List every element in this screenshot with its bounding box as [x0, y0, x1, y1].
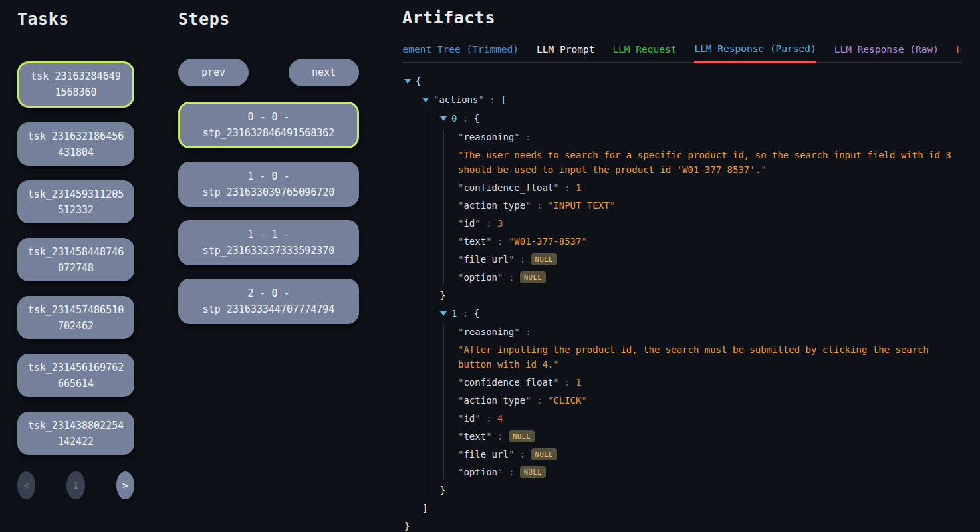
step-button-3[interactable]: 1 - 1 - stp_231633237333592370 [178, 220, 359, 265]
json-row: "file_url" : NULL [458, 252, 961, 267]
json-row: "file_url" : NULL [458, 447, 961, 462]
json-close-row: } [440, 483, 961, 497]
collapse-arrow-icon[interactable] [440, 307, 451, 321]
step-button-4[interactable]: 2 - 0 - stp_231633344707774794 [178, 279, 359, 324]
artifacts-heading: Artifacts [402, 8, 961, 27]
null-badge: NULL [520, 466, 546, 478]
json-key: action_type [463, 395, 525, 406]
tasks-pagination: <1> [17, 471, 134, 499]
json-key: option [463, 467, 497, 477]
artifacts-panel: Artifacts Element Tree (Trimmed)LLM Prom… [402, 8, 961, 532]
json-value: 1 [576, 377, 581, 388]
task-button-7[interactable]: tsk_231438802254142422 [17, 412, 134, 455]
task-button-5[interactable]: tsk_231457486510702462 [17, 296, 134, 339]
json-value: 1 [576, 182, 581, 193]
artifacts-tabbar-clip: Element Tree (Trimmed)LLM PromptLLM Requ… [402, 43, 961, 63]
task-button-2[interactable]: tsk_231632186456431804 [17, 122, 134, 166]
null-badge: NULL [531, 448, 557, 460]
json-key: id [463, 413, 475, 424]
json-value: 3 [497, 218, 503, 229]
json-row: "The user needs to search for a specific… [458, 148, 961, 177]
json-value: "INPUT_TEXT" [548, 200, 615, 211]
json-key: file_url [463, 449, 508, 460]
json-row: "id" : 4 [458, 411, 961, 426]
json-close-row: ] [422, 501, 961, 515]
json-row: "confidence_float" : 1 [458, 375, 961, 390]
step-button-1[interactable]: 0 - 0 - stp_231632846491568362 [178, 102, 359, 148]
json-value: "W01-377-8537" [509, 236, 587, 247]
task-button-4[interactable]: tsk_231458448746072748 [17, 238, 134, 281]
json-value: NULL [531, 254, 557, 265]
tasks-panel: Tasks tsk_231632846491568360tsk_23163218… [17, 9, 134, 499]
json-key: text [463, 431, 486, 442]
json-value: NULL [531, 449, 557, 460]
json-value: 4 [497, 413, 503, 424]
tasks-heading: Tasks [17, 9, 134, 29]
json-row: "confidence_float" : 1 [458, 180, 961, 195]
task-button-1[interactable]: tsk_231632846491568360 [17, 61, 134, 108]
json-key: actions [439, 94, 478, 105]
json-key: confidence_float [463, 182, 553, 193]
null-badge: NULL [531, 253, 557, 265]
pagination-prev-button[interactable]: < [17, 471, 35, 499]
tab-llm-prompt[interactable]: LLM Prompt [537, 44, 594, 62]
json-value: NULL [509, 431, 535, 442]
json-row: "option" : NULL [458, 270, 961, 285]
artifacts-tabs: Element Tree (Trimmed)LLM PromptLLM Requ… [402, 43, 961, 63]
step-list: 0 - 0 - stp_2316328464915683621 - 0 - st… [178, 102, 359, 324]
json-close-row: } [404, 519, 961, 532]
json-key: file_url [463, 254, 508, 265]
tab-llm-response-parsed[interactable]: LLM Response (Parsed) [694, 43, 816, 63]
pagination-page-1-button[interactable]: 1 [66, 471, 84, 499]
json-row: "action_type" : "CLICK" [458, 393, 961, 408]
tab-llm-response-raw[interactable]: LLM Response (Raw) [834, 44, 939, 62]
task-button-3[interactable]: tsk_231459311205512332 [17, 180, 134, 223]
json-row: "actions" : [ [422, 92, 961, 108]
json-close-row: } [440, 288, 961, 303]
task-button-6[interactable]: tsk_231456169762665614 [17, 354, 134, 397]
null-badge: NULL [509, 430, 535, 442]
prev-step-button[interactable]: prev [178, 59, 249, 86]
json-key: action_type [463, 200, 525, 211]
pagination-next-button[interactable]: > [116, 471, 134, 499]
json-row: { [404, 74, 961, 89]
json-value: "CLICK" [548, 395, 587, 406]
json-key: text [463, 236, 486, 247]
tab-element-tree-trimmed[interactable]: Element Tree (Trimmed) [402, 44, 519, 62]
json-row: "text" : "W01-377-8537" [458, 234, 961, 249]
collapse-arrow-icon[interactable] [422, 93, 433, 108]
json-row: "reasoning" : [458, 130, 961, 144]
tab-llm-request[interactable]: LLM Request [612, 44, 676, 62]
json-value: NULL [520, 272, 546, 283]
step-button-2[interactable]: 1 - 0 - stp_231633039765096720 [178, 162, 359, 207]
json-key: confidence_float [463, 377, 553, 388]
json-key: reasoning [463, 327, 514, 337]
steps-panel: Steps prev next 0 - 0 - stp_231632846491… [178, 9, 359, 337]
json-key: option [463, 272, 497, 283]
json-row: "After inputting the product id, the sea… [458, 342, 961, 372]
json-key: reasoning [463, 132, 514, 142]
json-key: id [463, 218, 475, 229]
json-tree: {"actions" : [0 : {"reasoning" : "The us… [402, 74, 961, 532]
json-row: "option" : NULL [458, 465, 961, 479]
json-row: "action_type" : "INPUT_TEXT" [458, 198, 961, 213]
json-value: "The user needs to search for a specific… [458, 150, 951, 175]
json-row: "reasoning" : [458, 325, 961, 339]
json-row: 1 : { [440, 306, 961, 321]
step-nav: prev next [178, 59, 359, 86]
steps-heading: Steps [178, 9, 359, 29]
collapse-arrow-icon[interactable] [404, 74, 416, 89]
json-row: "id" : 3 [458, 216, 961, 231]
collapse-arrow-icon[interactable] [440, 112, 451, 126]
json-row: 0 : { [440, 111, 961, 126]
task-list: tsk_231632846491568360tsk_23163218645643… [17, 61, 134, 455]
json-row: "text" : NULL [458, 429, 961, 444]
tab-html-raw[interactable]: Html (Raw) [957, 44, 961, 62]
json-value: "After inputting the product id, the sea… [458, 344, 929, 370]
next-step-button[interactable]: next [289, 59, 359, 86]
json-value: NULL [520, 467, 546, 477]
null-badge: NULL [520, 271, 546, 283]
